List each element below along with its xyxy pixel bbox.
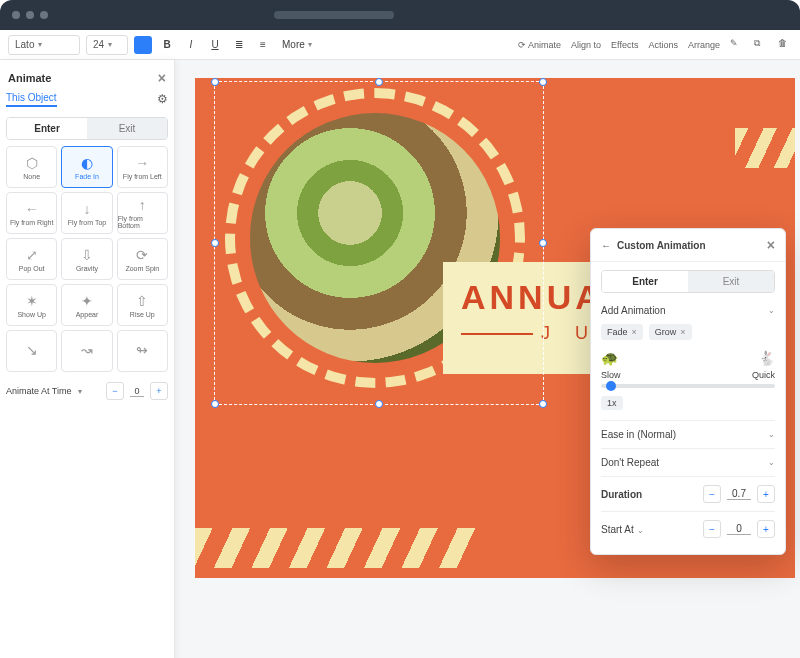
resize-handle[interactable] (375, 400, 383, 408)
animation-label: Fly from Left (123, 173, 162, 180)
minus-button[interactable]: − (703, 520, 721, 538)
chevron-down-icon[interactable]: ▾ (78, 387, 82, 396)
effects-tool[interactable]: Effects (611, 40, 638, 50)
animation-label: Fly from Bottom (118, 215, 167, 229)
animation-icon: ⟳ (136, 247, 148, 263)
alignto-tool[interactable]: Align to (571, 40, 601, 50)
chevron-down-icon: ⌄ (768, 458, 775, 467)
duration-value[interactable]: 0.7 (727, 488, 751, 500)
timing-value[interactable]: 0 (130, 386, 144, 397)
speed-labels: Slow Quick (601, 370, 775, 380)
chevron-down-icon: ▾ (38, 40, 42, 49)
close-icon[interactable]: × (158, 70, 166, 86)
startat-row: Start At ⌄ − 0 + (601, 511, 775, 546)
float-title: Custom Animation (617, 240, 706, 251)
animation-option[interactable]: →Fly from Left (117, 146, 168, 188)
animate-tool[interactable]: ⟳ Animate (518, 40, 561, 50)
animation-label: Show Up (17, 311, 45, 318)
copy-icon[interactable]: ⧉ (754, 38, 768, 52)
resize-handle[interactable] (211, 78, 219, 86)
slider-knob[interactable] (606, 381, 616, 391)
window-dot (40, 11, 48, 19)
animation-option[interactable]: ⇩Gravity (61, 238, 112, 280)
resize-handle[interactable] (375, 78, 383, 86)
animate-at-time-row: Animate At Time ▾ − 0 + (6, 382, 168, 400)
chevron-down-icon: ▾ (308, 40, 312, 49)
animation-chip[interactable]: Fade× (601, 324, 643, 340)
tab-exit[interactable]: Exit (87, 118, 167, 139)
animation-chips: Fade×Grow× (601, 324, 775, 340)
startat-value[interactable]: 0 (727, 523, 751, 535)
arrange-tool[interactable]: Arrange (688, 40, 720, 50)
float-tab-enter[interactable]: Enter (602, 271, 688, 292)
animation-option[interactable]: ↬ (117, 330, 168, 372)
font-size-select[interactable]: 24 ▾ (86, 35, 128, 55)
gear-icon[interactable]: ⚙ (157, 92, 168, 106)
close-icon[interactable]: × (767, 237, 775, 253)
trash-icon[interactable]: 🗑 (778, 38, 792, 52)
more-button[interactable]: More ▾ (278, 36, 316, 54)
minus-button[interactable]: − (106, 382, 124, 400)
repeat-select[interactable]: Don't Repeat ⌄ (601, 448, 775, 476)
plus-button[interactable]: + (150, 382, 168, 400)
minus-button[interactable]: − (703, 485, 721, 503)
chevron-down-icon[interactable]: ⌄ (637, 526, 644, 535)
resize-handle[interactable] (539, 239, 547, 247)
window-dot (12, 11, 20, 19)
float-tab-exit[interactable]: Exit (688, 271, 774, 292)
back-icon[interactable]: ← (601, 240, 611, 251)
animation-label: Fly from Right (10, 219, 54, 226)
align-button[interactable]: ≣ (230, 36, 248, 54)
animation-icon: ◐ (81, 155, 93, 171)
animation-icon: ↘ (26, 342, 38, 358)
add-animation-row[interactable]: Add Animation ⌄ (601, 301, 775, 324)
bold-button[interactable]: B (158, 36, 176, 54)
animation-icon: → (135, 155, 149, 171)
repeat-label: Don't Repeat (601, 457, 659, 468)
animation-option[interactable]: ⇧Rise Up (117, 284, 168, 326)
animation-option[interactable]: ↑Fly from Bottom (117, 192, 168, 234)
tab-enter[interactable]: Enter (7, 118, 87, 139)
plus-button[interactable]: + (757, 520, 775, 538)
chevron-down-icon: ▾ (108, 40, 112, 49)
animation-option[interactable]: ✦Appear (61, 284, 112, 326)
animation-chip[interactable]: Grow× (649, 324, 692, 340)
list-button[interactable]: ≡ (254, 36, 272, 54)
object-tag[interactable]: This Object (6, 92, 57, 107)
easing-select[interactable]: Ease in (Normal) ⌄ (601, 420, 775, 448)
animate-panel: Animate × This Object ⚙ Enter Exit ⬡None… (0, 60, 175, 658)
more-label: More (282, 39, 305, 50)
remove-chip-icon[interactable]: × (680, 327, 685, 337)
remove-chip-icon[interactable]: × (632, 327, 637, 337)
resize-handle[interactable] (211, 239, 219, 247)
stripes-decoration (195, 528, 475, 568)
animation-option[interactable]: ⤢Pop Out (6, 238, 57, 280)
duration-label: Duration (601, 489, 697, 500)
rule-decoration (461, 333, 533, 335)
underline-button[interactable]: U (206, 36, 224, 54)
italic-button[interactable]: I (182, 36, 200, 54)
text-color-chip[interactable] (134, 36, 152, 54)
animation-option[interactable]: ⬡None (6, 146, 57, 188)
animation-option[interactable]: ✶Show Up (6, 284, 57, 326)
brush-icon[interactable]: ✎ (730, 38, 744, 52)
resize-handle[interactable] (539, 400, 547, 408)
animation-option[interactable]: ↝ (61, 330, 112, 372)
animation-option[interactable]: ↘ (6, 330, 57, 372)
animation-option[interactable]: ⟳Zoom Spin (117, 238, 168, 280)
resize-handle[interactable] (539, 78, 547, 86)
font-select[interactable]: Lato ▾ (8, 35, 80, 55)
animation-icon: ↑ (139, 197, 146, 213)
resize-handle[interactable] (211, 400, 219, 408)
chevron-down-icon: ⌄ (768, 306, 775, 315)
speed-slider[interactable] (601, 384, 775, 388)
animation-option[interactable]: ↓Fly from Top (61, 192, 112, 234)
animation-icon: ✶ (26, 293, 38, 309)
speed-multiplier[interactable]: 1x (601, 396, 623, 410)
actions-tool[interactable]: Actions (648, 40, 678, 50)
animation-option[interactable]: ←Fly from Right (6, 192, 57, 234)
animation-label: Pop Out (19, 265, 45, 272)
address-bar[interactable] (274, 11, 394, 19)
plus-button[interactable]: + (757, 485, 775, 503)
animation-option[interactable]: ◐Fade In (61, 146, 112, 188)
